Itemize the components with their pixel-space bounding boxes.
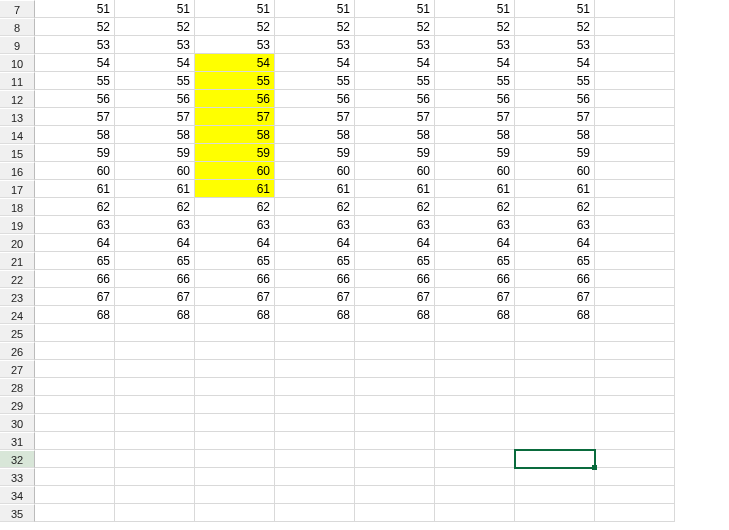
cell-I11[interactable] bbox=[595, 72, 675, 90]
cell-G10[interactable]: 54 bbox=[435, 54, 515, 72]
cell-G18[interactable]: 62 bbox=[435, 198, 515, 216]
row-header-33[interactable]: 33 bbox=[0, 468, 35, 486]
cell-B35[interactable] bbox=[35, 504, 115, 522]
cell-B32[interactable] bbox=[35, 450, 115, 468]
cell-E17[interactable]: 61 bbox=[275, 180, 355, 198]
cell-E35[interactable] bbox=[275, 504, 355, 522]
row-header-20[interactable]: 20 bbox=[0, 234, 35, 252]
row-header-22[interactable]: 22 bbox=[0, 270, 35, 288]
cell-I24[interactable] bbox=[595, 306, 675, 324]
cell-G8[interactable]: 52 bbox=[435, 18, 515, 36]
cell-D31[interactable] bbox=[195, 432, 275, 450]
cell-I13[interactable] bbox=[595, 108, 675, 126]
cell-C26[interactable] bbox=[115, 342, 195, 360]
cell-E22[interactable]: 66 bbox=[275, 270, 355, 288]
row-header-13[interactable]: 13 bbox=[0, 108, 35, 126]
cell-G13[interactable]: 57 bbox=[435, 108, 515, 126]
cell-H30[interactable] bbox=[515, 414, 595, 432]
cell-F8[interactable]: 52 bbox=[355, 18, 435, 36]
row-header-12[interactable]: 12 bbox=[0, 90, 35, 108]
cell-C25[interactable] bbox=[115, 324, 195, 342]
cell-B28[interactable] bbox=[35, 378, 115, 396]
cell-H8[interactable]: 52 bbox=[515, 18, 595, 36]
cell-B16[interactable]: 60 bbox=[35, 162, 115, 180]
cell-D18[interactable]: 62 bbox=[195, 198, 275, 216]
row-header-23[interactable]: 23 bbox=[0, 288, 35, 306]
cell-C13[interactable]: 57 bbox=[115, 108, 195, 126]
cell-I35[interactable] bbox=[595, 504, 675, 522]
cell-I34[interactable] bbox=[595, 486, 675, 504]
row-header-7[interactable]: 7 bbox=[0, 0, 35, 18]
cell-E27[interactable] bbox=[275, 360, 355, 378]
cell-I21[interactable] bbox=[595, 252, 675, 270]
cell-I20[interactable] bbox=[595, 234, 675, 252]
cell-B12[interactable]: 56 bbox=[35, 90, 115, 108]
cell-D30[interactable] bbox=[195, 414, 275, 432]
cell-I7[interactable] bbox=[595, 0, 675, 18]
cell-E33[interactable] bbox=[275, 468, 355, 486]
cell-F13[interactable]: 57 bbox=[355, 108, 435, 126]
cell-E11[interactable]: 55 bbox=[275, 72, 355, 90]
cell-D32[interactable] bbox=[195, 450, 275, 468]
cell-G30[interactable] bbox=[435, 414, 515, 432]
cell-E26[interactable] bbox=[275, 342, 355, 360]
cell-D12[interactable]: 56 bbox=[195, 90, 275, 108]
row-header-29[interactable]: 29 bbox=[0, 396, 35, 414]
cell-H27[interactable] bbox=[515, 360, 595, 378]
cell-H26[interactable] bbox=[515, 342, 595, 360]
cell-E25[interactable] bbox=[275, 324, 355, 342]
cell-B13[interactable]: 57 bbox=[35, 108, 115, 126]
cell-I18[interactable] bbox=[595, 198, 675, 216]
cell-G28[interactable] bbox=[435, 378, 515, 396]
cell-D10[interactable]: 54 bbox=[195, 54, 275, 72]
cell-F29[interactable] bbox=[355, 396, 435, 414]
cell-H33[interactable] bbox=[515, 468, 595, 486]
cell-B20[interactable]: 64 bbox=[35, 234, 115, 252]
cell-C27[interactable] bbox=[115, 360, 195, 378]
cell-H25[interactable] bbox=[515, 324, 595, 342]
cell-D29[interactable] bbox=[195, 396, 275, 414]
cell-I28[interactable] bbox=[595, 378, 675, 396]
cell-D27[interactable] bbox=[195, 360, 275, 378]
cell-C19[interactable]: 63 bbox=[115, 216, 195, 234]
cell-B29[interactable] bbox=[35, 396, 115, 414]
cell-C18[interactable]: 62 bbox=[115, 198, 195, 216]
cell-B26[interactable] bbox=[35, 342, 115, 360]
cell-H10[interactable]: 54 bbox=[515, 54, 595, 72]
cell-I9[interactable] bbox=[595, 36, 675, 54]
cell-B22[interactable]: 66 bbox=[35, 270, 115, 288]
cell-C17[interactable]: 61 bbox=[115, 180, 195, 198]
cell-H35[interactable] bbox=[515, 504, 595, 522]
row-header-32[interactable]: 32 bbox=[0, 450, 35, 468]
cell-D7[interactable]: 51 bbox=[195, 0, 275, 18]
cell-H22[interactable]: 66 bbox=[515, 270, 595, 288]
cell-I30[interactable] bbox=[595, 414, 675, 432]
cell-F17[interactable]: 61 bbox=[355, 180, 435, 198]
cell-B14[interactable]: 58 bbox=[35, 126, 115, 144]
cell-B24[interactable]: 68 bbox=[35, 306, 115, 324]
cell-G34[interactable] bbox=[435, 486, 515, 504]
cell-D19[interactable]: 63 bbox=[195, 216, 275, 234]
cell-D26[interactable] bbox=[195, 342, 275, 360]
cell-B27[interactable] bbox=[35, 360, 115, 378]
cell-D9[interactable]: 53 bbox=[195, 36, 275, 54]
cell-D20[interactable]: 64 bbox=[195, 234, 275, 252]
cell-H12[interactable]: 56 bbox=[515, 90, 595, 108]
cell-C35[interactable] bbox=[115, 504, 195, 522]
cell-E9[interactable]: 53 bbox=[275, 36, 355, 54]
spreadsheet-grid[interactable]: 7515151515151518525252525252529535353535… bbox=[0, 0, 729, 522]
cell-F31[interactable] bbox=[355, 432, 435, 450]
cell-F10[interactable]: 54 bbox=[355, 54, 435, 72]
cell-I15[interactable] bbox=[595, 144, 675, 162]
cell-I12[interactable] bbox=[595, 90, 675, 108]
cell-C24[interactable]: 68 bbox=[115, 306, 195, 324]
cell-I27[interactable] bbox=[595, 360, 675, 378]
cell-H32[interactable] bbox=[515, 450, 595, 468]
cell-H20[interactable]: 64 bbox=[515, 234, 595, 252]
cell-G20[interactable]: 64 bbox=[435, 234, 515, 252]
row-header-10[interactable]: 10 bbox=[0, 54, 35, 72]
cell-H13[interactable]: 57 bbox=[515, 108, 595, 126]
cell-C16[interactable]: 60 bbox=[115, 162, 195, 180]
cell-D23[interactable]: 67 bbox=[195, 288, 275, 306]
cell-F14[interactable]: 58 bbox=[355, 126, 435, 144]
